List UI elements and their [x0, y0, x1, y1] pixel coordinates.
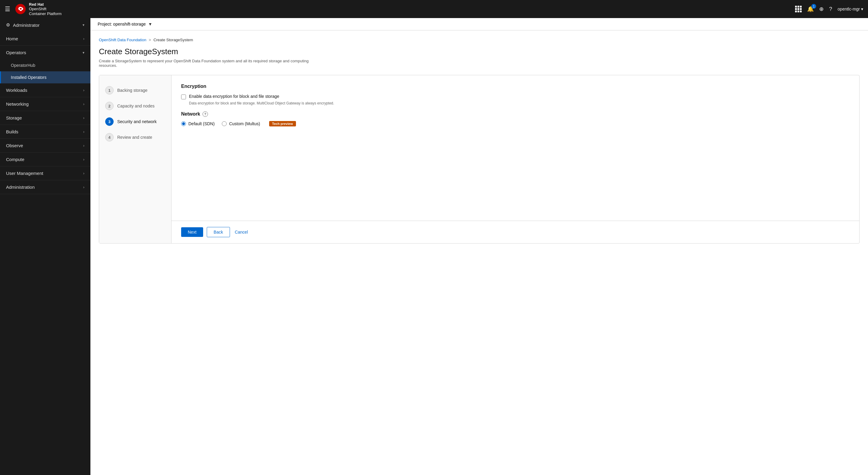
network-default-radio[interactable]: [181, 121, 186, 126]
operators-chevron-icon: ▾: [83, 50, 84, 55]
network-custom-radio[interactable]: [222, 121, 227, 126]
encryption-description: Data encryption for block and file stora…: [189, 101, 849, 105]
workloads-chevron-icon: ›: [83, 88, 84, 93]
wizard-step-label-1: Backing storage: [117, 88, 147, 93]
sidebar-builds-label: Builds: [6, 129, 19, 134]
sidebar-workloads-label: Workloads: [6, 88, 27, 93]
network-heading-text: Network: [181, 111, 200, 117]
network-radio-group: Default (SDN) Custom (Multus) Tech previ…: [181, 121, 849, 127]
wizard-steps: 1 Backing storage 2 Capacity and nodes 3…: [99, 75, 172, 243]
sidebar-home-label: Home: [6, 36, 18, 41]
installed-operators-label: Installed Operators: [11, 75, 46, 80]
administration-chevron-icon: ›: [83, 185, 84, 189]
help-icon[interactable]: ?: [829, 6, 832, 12]
wizard-step-number-4: 4: [105, 133, 114, 141]
observe-chevron-icon: ›: [83, 144, 84, 148]
wizard: 1 Backing storage 2 Capacity and nodes 3…: [99, 75, 860, 243]
project-dropdown-arrow-icon: ▼: [148, 22, 153, 27]
topnav: ☰ Red Hat OpenShift Container Platform 🔔…: [0, 0, 868, 18]
wizard-step-number-3: 3: [105, 117, 114, 126]
sidebar-item-operatorhub[interactable]: OperatorHub: [0, 59, 90, 71]
network-section: Network ? Default (SDN) Custo: [181, 111, 849, 127]
network-heading-row: Network ?: [181, 111, 849, 117]
wizard-step-number-2: 2: [105, 102, 114, 110]
sidebar-item-home[interactable]: Home ›: [0, 32, 90, 46]
network-help-icon[interactable]: ?: [203, 111, 208, 117]
sidebar-item-user-management[interactable]: User Management ›: [0, 166, 90, 180]
encryption-checkbox-row: Enable data encryption for block and fil…: [181, 94, 849, 99]
notification-badge: 1: [811, 4, 816, 9]
wizard-right-panel: Encryption Enable data encryption for bl…: [172, 75, 859, 243]
redhat-logo-icon: [15, 4, 26, 14]
sidebar-compute-label: Compute: [6, 157, 24, 162]
page-content: OpenShift Data Foundation > Create Stora…: [90, 30, 868, 251]
sidebar-item-observe[interactable]: Observe ›: [0, 139, 90, 152]
compute-chevron-icon: ›: [83, 158, 84, 162]
sidebar-observe-label: Observe: [6, 143, 23, 148]
sidebar-item-storage[interactable]: Storage ›: [0, 111, 90, 125]
sidebar: ⚙ Administrator ▾ Home › Operators ▾ Ope…: [0, 18, 90, 475]
encryption-checkbox-label[interactable]: Enable data encryption for block and fil…: [189, 94, 279, 99]
cancel-button[interactable]: Cancel: [234, 227, 249, 237]
next-button[interactable]: Next: [181, 227, 203, 237]
sidebar-item-workloads[interactable]: Workloads ›: [0, 83, 90, 97]
user-menu[interactable]: opentlc-mgr ▾: [838, 7, 863, 11]
network-default-label: Default (SDN): [188, 121, 215, 126]
wizard-step-label-2: Capacity and nodes: [117, 104, 155, 108]
network-option-custom[interactable]: Custom (Multus): [222, 121, 260, 126]
sidebar-user-mgmt-label: User Management: [6, 171, 43, 176]
project-bar: Project: openshift-storage ▼: [90, 18, 868, 30]
topnav-right: 🔔 1 ⊕ ? opentlc-mgr ▾: [795, 6, 863, 12]
user-dropdown-arrow: ▾: [861, 7, 863, 11]
main-layout: ⚙ Administrator ▾ Home › Operators ▾ Ope…: [0, 18, 868, 475]
page-title: Create StorageSystem: [99, 47, 860, 56]
breadcrumb: OpenShift Data Foundation > Create Stora…: [99, 38, 860, 42]
username-label: opentlc-mgr: [838, 7, 860, 11]
network-option-default[interactable]: Default (SDN): [181, 121, 215, 126]
networking-chevron-icon: ›: [83, 102, 84, 106]
builds-chevron-icon: ›: [83, 130, 84, 134]
encryption-checkbox[interactable]: [181, 95, 186, 99]
wizard-step-3[interactable]: 3 Security and network: [99, 114, 171, 129]
operatorhub-label: OperatorHub: [11, 63, 35, 68]
wizard-footer: Next Back Cancel: [172, 220, 859, 243]
wizard-step-4[interactable]: 4 Review and create: [99, 129, 171, 145]
sidebar-item-builds[interactable]: Builds ›: [0, 125, 90, 139]
sidebar-item-installed-operators[interactable]: Installed Operators: [0, 71, 90, 83]
main-content: Project: openshift-storage ▼ OpenShift D…: [90, 18, 868, 475]
brand-text: Red Hat OpenShift Container Platform: [29, 2, 61, 16]
tech-preview-badge: Tech preview: [269, 121, 296, 127]
sidebar-storage-label: Storage: [6, 115, 22, 121]
sidebar-admin-header[interactable]: ⚙ Administrator ▾: [0, 18, 90, 32]
page-description: Create a StorageSystem to represent your…: [99, 59, 328, 68]
project-label: Project: openshift-storage: [98, 22, 146, 27]
project-selector[interactable]: Project: openshift-storage ▼: [98, 22, 152, 27]
wizard-step-label-4: Review and create: [117, 135, 152, 140]
sidebar-item-compute[interactable]: Compute ›: [0, 152, 90, 166]
cog-icon: ⚙: [6, 22, 10, 28]
sidebar-networking-label: Networking: [6, 101, 29, 107]
breadcrumb-separator: >: [149, 38, 151, 42]
hamburger-menu[interactable]: ☰: [5, 5, 10, 13]
storage-chevron-icon: ›: [83, 116, 84, 120]
brand-logo: Red Hat OpenShift Container Platform: [15, 2, 795, 16]
wizard-body: Encryption Enable data encryption for bl…: [172, 75, 859, 220]
back-button[interactable]: Back: [207, 227, 230, 237]
admin-chevron-icon: ▾: [83, 23, 84, 27]
sidebar-administration-label: Administration: [6, 184, 35, 190]
apps-icon[interactable]: [795, 6, 802, 12]
network-custom-label: Custom (Multus): [229, 121, 260, 126]
sidebar-item-networking[interactable]: Networking ›: [0, 97, 90, 111]
sidebar-admin-label: Administrator: [13, 23, 39, 28]
wizard-step-2[interactable]: 2 Capacity and nodes: [99, 98, 171, 114]
sidebar-operators-label: Operators: [6, 50, 26, 55]
add-icon[interactable]: ⊕: [819, 6, 824, 12]
encryption-heading: Encryption: [181, 84, 849, 89]
notifications-icon[interactable]: 🔔 1: [807, 6, 814, 12]
wizard-step-1[interactable]: 1 Backing storage: [99, 82, 171, 98]
encryption-section: Encryption Enable data encryption for bl…: [181, 84, 849, 105]
user-mgmt-chevron-icon: ›: [83, 171, 84, 175]
sidebar-item-operators[interactable]: Operators ▾: [0, 46, 90, 59]
sidebar-item-administration[interactable]: Administration ›: [0, 180, 90, 194]
breadcrumb-parent-link[interactable]: OpenShift Data Foundation: [99, 38, 147, 42]
